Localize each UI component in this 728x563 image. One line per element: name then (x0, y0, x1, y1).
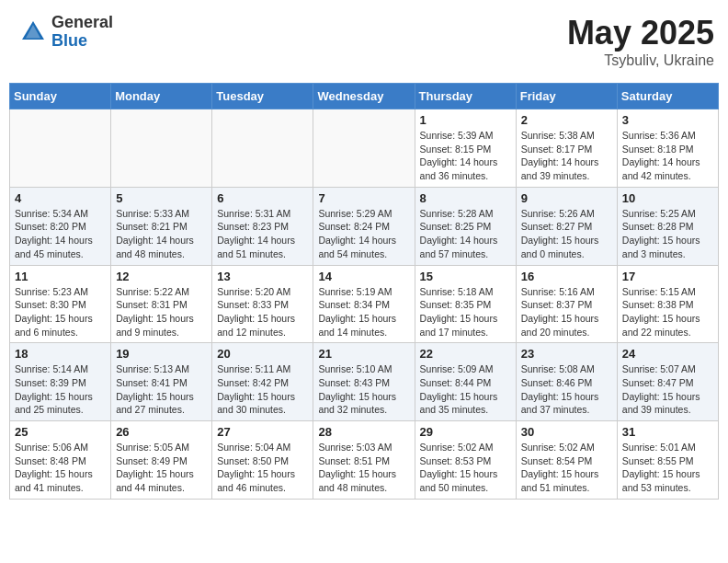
day-info: Sunrise: 5:25 AM Sunset: 8:28 PM Dayligh… (622, 207, 713, 261)
day-number: 6 (217, 191, 308, 205)
calendar-week-5: 25Sunrise: 5:06 AM Sunset: 8:48 PM Dayli… (10, 421, 719, 500)
calendar-cell: 26Sunrise: 5:05 AM Sunset: 8:49 PM Dayli… (111, 421, 212, 500)
day-number: 20 (217, 347, 308, 361)
day-number: 11 (15, 270, 106, 283)
day-number: 2 (521, 113, 612, 127)
day-number: 21 (318, 347, 409, 361)
day-number: 1 (420, 113, 511, 127)
calendar-cell: 24Sunrise: 5:07 AM Sunset: 8:47 PM Dayli… (617, 343, 718, 421)
day-info: Sunrise: 5:07 AM Sunset: 8:47 PM Dayligh… (622, 362, 713, 417)
weekday-header-thursday: Thursday (415, 84, 516, 109)
title-block: May 2025 Tsybuliv, Ukraine (567, 14, 714, 69)
calendar-cell: 14Sunrise: 5:19 AM Sunset: 8:34 PM Dayli… (313, 265, 415, 343)
logo-general-text: General (51, 14, 113, 32)
calendar-cell (10, 109, 111, 188)
day-info: Sunrise: 5:04 AM Sunset: 8:50 PM Dayligh… (217, 441, 308, 495)
day-number: 8 (420, 191, 511, 205)
calendar-cell: 25Sunrise: 5:06 AM Sunset: 8:48 PM Dayli… (10, 421, 111, 500)
calendar-week-3: 11Sunrise: 5:23 AM Sunset: 8:30 PM Dayli… (10, 265, 719, 343)
day-info: Sunrise: 5:23 AM Sunset: 8:30 PM Dayligh… (15, 285, 106, 339)
logo-blue-text: Blue (51, 32, 113, 51)
day-number: 15 (420, 270, 511, 283)
day-number: 16 (521, 270, 612, 283)
logo-text: General Blue (51, 14, 113, 51)
day-info: Sunrise: 5:33 AM Sunset: 8:21 PM Dayligh… (116, 207, 207, 261)
day-number: 13 (217, 270, 308, 283)
calendar-cell: 9Sunrise: 5:26 AM Sunset: 8:27 PM Daylig… (516, 187, 617, 265)
day-info: Sunrise: 5:15 AM Sunset: 8:38 PM Dayligh… (622, 285, 713, 339)
weekday-header-friday: Friday (516, 84, 617, 109)
calendar-cell (111, 109, 212, 188)
day-info: Sunrise: 5:11 AM Sunset: 8:42 PM Dayligh… (217, 362, 308, 417)
weekday-header-wednesday: Wednesday (313, 84, 415, 109)
day-info: Sunrise: 5:08 AM Sunset: 8:46 PM Dayligh… (521, 362, 612, 417)
day-info: Sunrise: 5:03 AM Sunset: 8:51 PM Dayligh… (318, 441, 409, 495)
day-info: Sunrise: 5:16 AM Sunset: 8:37 PM Dayligh… (521, 285, 612, 339)
calendar-cell: 11Sunrise: 5:23 AM Sunset: 8:30 PM Dayli… (10, 265, 111, 343)
day-number: 9 (521, 191, 612, 205)
calendar-cell: 3Sunrise: 5:36 AM Sunset: 8:18 PM Daylig… (617, 109, 718, 188)
day-number: 24 (622, 347, 713, 361)
weekday-row: SundayMondayTuesdayWednesdayThursdayFrid… (10, 84, 719, 109)
calendar-cell (212, 109, 313, 188)
calendar-cell: 21Sunrise: 5:10 AM Sunset: 8:43 PM Dayli… (313, 343, 415, 421)
calendar-cell: 15Sunrise: 5:18 AM Sunset: 8:35 PM Dayli… (415, 265, 516, 343)
calendar-body: 1Sunrise: 5:39 AM Sunset: 8:15 PM Daylig… (10, 109, 719, 500)
weekday-header-sunday: Sunday (10, 84, 111, 109)
weekday-header-saturday: Saturday (617, 84, 718, 109)
day-info: Sunrise: 5:18 AM Sunset: 8:35 PM Dayligh… (420, 285, 511, 339)
day-info: Sunrise: 5:02 AM Sunset: 8:54 PM Dayligh… (521, 441, 612, 495)
calendar-cell: 16Sunrise: 5:16 AM Sunset: 8:37 PM Dayli… (516, 265, 617, 343)
day-info: Sunrise: 5:09 AM Sunset: 8:44 PM Dayligh… (420, 362, 511, 417)
calendar-cell: 29Sunrise: 5:02 AM Sunset: 8:53 PM Dayli… (415, 421, 516, 500)
calendar-cell: 27Sunrise: 5:04 AM Sunset: 8:50 PM Dayli… (212, 421, 313, 500)
calendar-week-4: 18Sunrise: 5:14 AM Sunset: 8:39 PM Dayli… (10, 343, 719, 421)
day-info: Sunrise: 5:39 AM Sunset: 8:15 PM Dayligh… (420, 129, 511, 183)
calendar-cell: 7Sunrise: 5:29 AM Sunset: 8:24 PM Daylig… (313, 187, 415, 265)
calendar-cell: 23Sunrise: 5:08 AM Sunset: 8:46 PM Dayli… (516, 343, 617, 421)
day-number: 29 (420, 425, 511, 439)
calendar-week-1: 1Sunrise: 5:39 AM Sunset: 8:15 PM Daylig… (10, 109, 719, 188)
calendar-cell: 20Sunrise: 5:11 AM Sunset: 8:42 PM Dayli… (212, 343, 313, 421)
day-info: Sunrise: 5:29 AM Sunset: 8:24 PM Dayligh… (318, 207, 409, 261)
weekday-header-monday: Monday (111, 84, 212, 109)
day-number: 23 (521, 347, 612, 361)
day-info: Sunrise: 5:20 AM Sunset: 8:33 PM Dayligh… (217, 285, 308, 339)
day-number: 14 (318, 270, 409, 283)
logo-icon (18, 17, 48, 47)
calendar-table: SundayMondayTuesdayWednesdayThursdayFrid… (9, 83, 719, 500)
calendar-cell: 19Sunrise: 5:13 AM Sunset: 8:41 PM Dayli… (111, 343, 212, 421)
day-info: Sunrise: 5:02 AM Sunset: 8:53 PM Dayligh… (420, 441, 511, 495)
day-info: Sunrise: 5:06 AM Sunset: 8:48 PM Dayligh… (15, 441, 106, 495)
calendar-cell: 10Sunrise: 5:25 AM Sunset: 8:28 PM Dayli… (617, 187, 718, 265)
calendar-location: Tsybuliv, Ukraine (567, 52, 714, 69)
calendar-cell: 18Sunrise: 5:14 AM Sunset: 8:39 PM Dayli… (10, 343, 111, 421)
day-info: Sunrise: 5:05 AM Sunset: 8:49 PM Dayligh… (116, 441, 207, 495)
calendar-header: SundayMondayTuesdayWednesdayThursdayFrid… (10, 84, 719, 109)
day-number: 12 (116, 270, 207, 283)
day-number: 5 (116, 191, 207, 205)
day-number: 25 (15, 425, 106, 439)
day-number: 31 (622, 425, 713, 439)
calendar-cell: 22Sunrise: 5:09 AM Sunset: 8:44 PM Dayli… (415, 343, 516, 421)
page-header: General Blue May 2025 Tsybuliv, Ukraine (9, 9, 719, 74)
calendar-cell: 8Sunrise: 5:28 AM Sunset: 8:25 PM Daylig… (415, 187, 516, 265)
day-info: Sunrise: 5:28 AM Sunset: 8:25 PM Dayligh… (420, 207, 511, 261)
day-info: Sunrise: 5:36 AM Sunset: 8:18 PM Dayligh… (622, 129, 713, 183)
day-info: Sunrise: 5:31 AM Sunset: 8:23 PM Dayligh… (217, 207, 308, 261)
day-number: 7 (318, 191, 409, 205)
day-info: Sunrise: 5:14 AM Sunset: 8:39 PM Dayligh… (15, 362, 106, 417)
weekday-header-tuesday: Tuesday (212, 84, 313, 109)
day-number: 3 (622, 113, 713, 127)
calendar-cell: 13Sunrise: 5:20 AM Sunset: 8:33 PM Dayli… (212, 265, 313, 343)
day-number: 4 (15, 191, 106, 205)
day-number: 30 (521, 425, 612, 439)
day-number: 27 (217, 425, 308, 439)
calendar-week-2: 4Sunrise: 5:34 AM Sunset: 8:20 PM Daylig… (10, 187, 719, 265)
day-number: 19 (116, 347, 207, 361)
calendar-cell: 17Sunrise: 5:15 AM Sunset: 8:38 PM Dayli… (617, 265, 718, 343)
calendar-cell: 31Sunrise: 5:01 AM Sunset: 8:55 PM Dayli… (617, 421, 718, 500)
day-number: 28 (318, 425, 409, 439)
day-info: Sunrise: 5:10 AM Sunset: 8:43 PM Dayligh… (318, 362, 409, 417)
calendar-cell: 2Sunrise: 5:38 AM Sunset: 8:17 PM Daylig… (516, 109, 617, 188)
